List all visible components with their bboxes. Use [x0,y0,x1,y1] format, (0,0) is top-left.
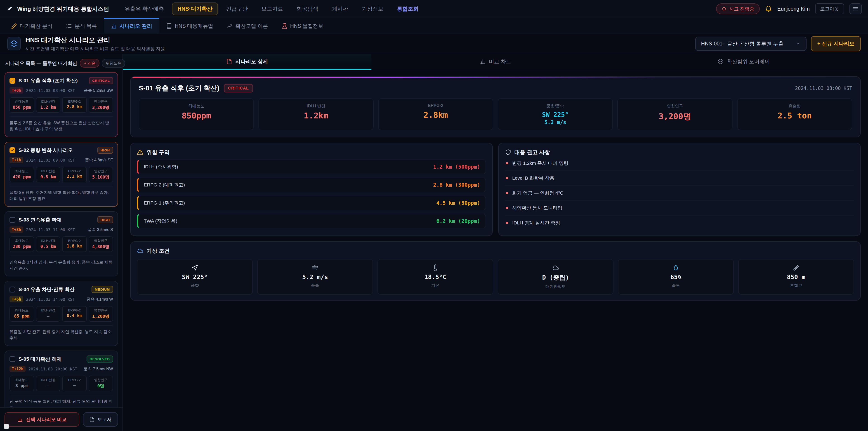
nav-item-5[interactable]: 항공탐색 [291,2,324,15]
bullet-icon [506,192,508,194]
scenario-checkbox[interactable] [9,217,16,223]
incident-select[interactable]: HNS-001 · 울산 온산항 톨루엔 누출 [695,37,807,51]
weather-cards: SW 225°풍향5.2 m/s풍속18.5°C기온D (중립)대기안정도65%… [137,259,854,295]
scenario-title: S-01 유출 직후 (초기 확산) [19,77,86,84]
module-tab-4[interactable]: HNS 대응매뉴얼 [159,18,220,33]
compare-chart-icon [18,417,23,422]
notification-bell-icon[interactable] [765,5,772,12]
app-title: Wing 해양환경 위기대응 통합시스템 [17,5,109,13]
detail-severity-badge: CRITICAL [224,84,253,92]
scenario-sidebar: 시나리오 목록 — 톨루엔 대기확산 시간순위험도순 S-01 유출 직후 (초… [0,54,123,431]
app-logo: Wing 해양환경 위기대응 통합시스템 [6,5,109,13]
scenario-description: 톨루엔 2.5톤 순간 유출. SW 풍향으로 온산 산업단지 방향 확산. I… [9,116,113,132]
weather-card: 18.5°C기온 [377,259,493,295]
warning-triangle-icon [137,149,143,155]
scenario-stat: ERPG-20.4 km [62,306,87,321]
sidebar-title: 시나리오 목록 — 톨루엔 대기확산 [5,60,77,66]
navigation-icon [191,265,198,271]
file-icon [89,417,95,422]
detail-stat: 풍향/풍속 SW 225° 5.2 m/s [498,98,613,130]
scenario-stat: 최대농도420 ppm [9,167,34,182]
app-root: Wing 해양환경 위기대응 통합시스템 유출유 확산예측HNS·대기확산긴급구… [0,0,868,431]
nav-item-6[interactable]: 게시판 [327,2,353,15]
scenario-card-2[interactable]: S-02 풍향 변화 시나리오 HIGH T+1h 2024.11.03 09:… [4,142,118,207]
detail-stats: 최대농도 850ppm IDLH 반경 1.2km ERPG-2 2.8km 풍… [139,98,852,130]
sort-option-1[interactable]: 시간순 [80,59,99,68]
weather-panel: 기상 조건 SW 225°풍향5.2 m/s풍속18.5°C기온D (중립)대기… [130,241,861,301]
danger-zone-row: TWA (작업허용) 6.2 km (20ppm) [137,214,486,228]
new-scenario-button[interactable]: + 신규 시나리오 [811,36,861,51]
nav-item-3[interactable]: 긴급구난 [221,2,253,15]
incident-crosshair-icon [721,6,726,11]
scenario-stat: IDLH반경0.5 km [36,237,61,252]
scenario-description: 전 구역 안전 농도 확인. 대피 해제. 잔류 오염 모니터링 지속. [9,395,113,407]
scenario-checkbox[interactable] [9,286,16,293]
detail-stat: 영향인구 3,200명 [617,98,733,130]
wind-icon [312,265,318,271]
scenario-card-5[interactable]: S-05 대기확산 해제 RESOLVED T+12h 2024.11.03 2… [4,350,118,407]
nav-item-2[interactable]: HNS·대기확산 [172,2,218,15]
scenario-stat: 영향인구1,200명 [89,306,113,321]
scenario-datetime: 2024.11.03 08:00 KST [26,88,75,93]
scenario-card-4[interactable]: S-04 유출 차단·잔류 확산 MEDIUM T+6h 2024.11.03 … [4,281,118,346]
corner-indicator [4,424,9,429]
detail-stat: ERPG-2 2.8km [378,98,493,130]
report-button[interactable]: 보고서 [83,412,118,427]
compare-scenarios-button[interactable]: 선택 시나리오 비교 [4,412,79,427]
page-title: HNS 대기확산 시나리오 관리 [25,36,165,45]
trend-icon [227,23,232,29]
sort-options: 시간순위험도순 [80,59,125,68]
sort-option-2[interactable]: 위험도순 [102,59,125,68]
nav-item-1[interactable]: 유출유 확산예측 [119,2,169,15]
wing-icon [6,5,13,12]
detail-tab-1[interactable]: 시나리오 상세 [123,54,371,70]
module-tab-2[interactable]: 분석 목록 [59,18,103,33]
module-tab-bar: 대기확산 분석분석 목록시나리오 관리HNS 대응매뉴얼확산모델 이론HNS 물… [0,18,868,33]
primary-nav: 유출유 확산예측HNS·대기확산긴급구난보고자료항공탐색게시판기상정보통합조회 [119,2,706,15]
scenario-card-3[interactable]: S-03 연속유출 확대 HIGH T+3h 2024.11.03 11:00 … [4,211,118,276]
module-tab-3[interactable]: 시나리오 관리 [104,18,159,33]
document-icon [89,417,95,422]
scenario-checkbox[interactable] [9,147,16,153]
nav-item-7[interactable]: 기상정보 [356,2,389,15]
scenario-wind: 풍속 4.1m/s W [87,297,113,302]
weather-card: 65%습도 [618,259,734,295]
module-tab-5[interactable]: 확산모델 이론 [220,18,275,33]
time-offset-badge: T+3h [9,226,23,233]
page-header-left: HNS 대기확산 시나리오 관리 시간·조건별 대기확산 예측 시나리오 비교·… [7,36,165,52]
scenario-title: S-03 연속유출 확대 [19,217,94,223]
scenario-wind: 풍속 3.5m/s S [88,227,113,232]
page-header: HNS 대기확산 시나리오 관리 시간·조건별 대기확산 예측 시나리오 비교·… [0,33,868,54]
incident-status-badge: 사고 진행중 [716,3,760,14]
scenario-checkbox[interactable] [9,78,16,84]
menu-button[interactable] [849,3,862,14]
time-offset-badge: T+12h [9,366,26,372]
nav-item-8[interactable]: 통합조회 [392,2,424,15]
scenario-description: 유출원 차단 완료. 잔류 증기 자연 확산중. 농도 지속 감소 추세. [9,325,113,341]
detail-tab-3[interactable]: 확산범위 오버레이 [620,54,868,70]
module-tab-6[interactable]: HNS 물질정보 [275,18,330,33]
nav-right-cluster: 사고 진행중 Eunjeong Kim 로그아웃 [716,3,862,14]
page-subtitle: 시간·조건별 대기확산 예측 시나리오 비교·검토 및 대응 의사결정 지원 [25,45,165,52]
nav-item-4[interactable]: 보고자료 [256,2,288,15]
scenario-checkbox[interactable] [9,356,16,362]
scenario-stat: 최대농도280 ppm [9,237,34,252]
scenario-stat: 최대농도85 ppm [9,306,34,321]
module-tab-1[interactable]: 대기확산 분석 [4,18,59,33]
cloud-icon [137,248,143,254]
weather-card: 850 m혼합고 [738,259,854,295]
scenario-stat: IDLH반경1.2 km [36,97,61,113]
scenario-card-1[interactable]: S-01 유출 직후 (초기 확산) CRITICAL T+0h 2024.11… [4,72,118,137]
scenario-stat: IDLH반경— [36,376,61,391]
flask-icon [282,23,287,29]
scenario-description: 연속유출 3시간 경과. 누적 유출량 증가. 풍속 감소로 체류 시간 증가. [9,256,113,271]
detail-tab-2[interactable]: 비교 차트 [371,54,620,70]
scenario-list: S-01 유출 직후 (초기 확산) CRITICAL T+0h 2024.11… [0,71,123,407]
chevron-down-icon [795,41,801,46]
severity-badge: CRITICAL [89,77,113,84]
page-icon [7,37,21,51]
logout-button[interactable]: 로그아웃 [815,3,844,14]
check-icon [10,79,14,83]
top-navigation: Wing 해양환경 위기대응 통합시스템 유출유 확산예측HNS·대기확산긴급구… [0,0,868,18]
shield-icon [505,149,511,155]
